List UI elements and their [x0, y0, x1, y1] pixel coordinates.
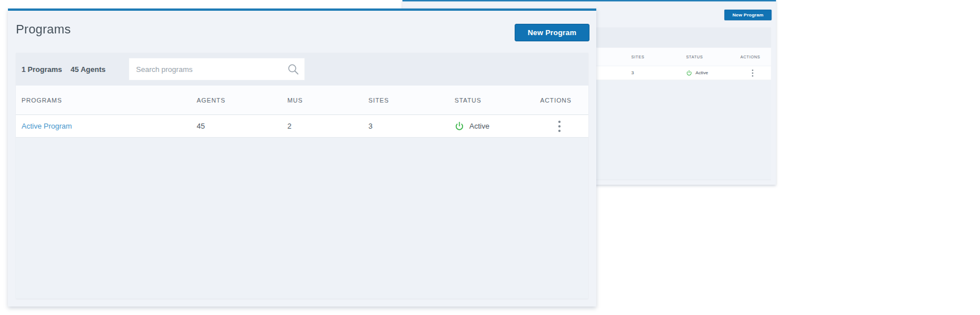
cell-sites: 3: [368, 115, 372, 137]
new-program-button[interactable]: New Program: [515, 24, 589, 41]
panel-header: Programs New Program: [8, 11, 596, 53]
kebab-dot: [558, 125, 561, 127]
kebab-dot: [752, 69, 754, 70]
search-icon: [287, 63, 300, 76]
column-header-programs: PROGRAMS: [22, 86, 62, 114]
power-icon: [686, 70, 692, 76]
row-actions-button[interactable]: [748, 66, 758, 80]
table-header-row: PROGRAMS AGENTS MUS SITES STATUS ACTIONS: [16, 86, 588, 115]
kebab-dot: [558, 121, 561, 123]
status-label: Active: [695, 70, 708, 75]
programs-card: 1 Programs 45 Agents PROGRAMS AGENTS MUS…: [16, 53, 588, 299]
programs-panel: Programs New Program 1 Programs 45 Agent…: [8, 8, 596, 307]
column-header-actions: ACTIONS: [540, 86, 571, 114]
row-actions-button[interactable]: [552, 115, 567, 137]
search-input[interactable]: [129, 58, 304, 80]
status-label: Active: [469, 122, 489, 130]
kebab-dot: [752, 75, 754, 76]
search-box: [129, 58, 305, 80]
column-header-sites: SITES: [631, 48, 644, 66]
status-badge: Active: [686, 66, 708, 80]
power-icon: [455, 121, 464, 131]
status-badge: Active: [455, 115, 489, 137]
agents-count: 45 Agents: [71, 65, 106, 74]
column-header-status: STATUS: [686, 48, 703, 66]
programs-count: 1 Programs: [22, 65, 62, 74]
kebab-dot: [558, 130, 561, 132]
column-header-sites: SITES: [368, 86, 389, 114]
page-title: Programs: [16, 22, 71, 37]
cell-program: Active Program: [22, 115, 72, 137]
toolbar: 1 Programs 45 Agents: [16, 53, 588, 86]
program-link[interactable]: Active Program: [22, 122, 72, 130]
cell-sites: 3: [631, 66, 634, 80]
new-program-button[interactable]: New Program: [724, 10, 772, 20]
kebab-dot: [752, 72, 754, 73]
column-header-mus: MUS: [287, 86, 303, 114]
cell-agents: 45: [197, 115, 205, 137]
column-header-agents: AGENTS: [197, 86, 226, 114]
table-row: Active Program 45 2 3 Active: [16, 115, 588, 138]
cell-mus: 2: [287, 115, 291, 137]
main-window: Programs New Program 1 Programs 45 Agent…: [8, 8, 596, 307]
column-header-actions: ACTIONS: [740, 48, 760, 66]
column-header-status: STATUS: [455, 86, 481, 114]
